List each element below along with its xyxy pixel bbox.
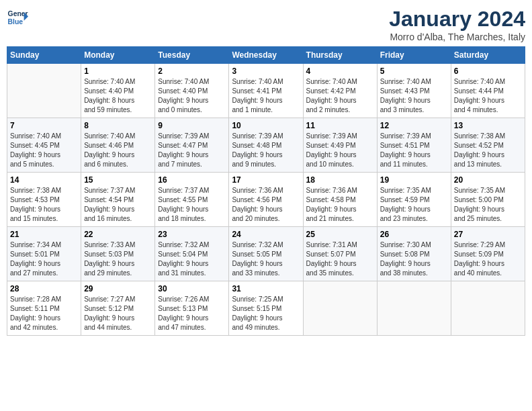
calendar-cell: 9Sunrise: 7:39 AM Sunset: 4:47 PM Daylig… bbox=[155, 118, 229, 173]
week-row-5: 28Sunrise: 7:28 AM Sunset: 5:11 PM Dayli… bbox=[7, 281, 525, 336]
calendar-cell: 19Sunrise: 7:35 AM Sunset: 4:59 PM Dayli… bbox=[377, 173, 451, 227]
day-number: 3 bbox=[232, 66, 300, 76]
weekday-header-thursday: Thursday bbox=[303, 47, 377, 64]
calendar-cell: 10Sunrise: 7:39 AM Sunset: 4:48 PM Dayli… bbox=[229, 118, 303, 173]
day-detail: Sunrise: 7:37 AM Sunset: 4:54 PM Dayligh… bbox=[84, 186, 152, 224]
day-detail: Sunrise: 7:27 AM Sunset: 5:12 PM Dayligh… bbox=[84, 295, 152, 332]
calendar-cell: 25Sunrise: 7:31 AM Sunset: 5:07 PM Dayli… bbox=[303, 227, 377, 281]
calendar-cell: 18Sunrise: 7:36 AM Sunset: 4:58 PM Dayli… bbox=[303, 173, 377, 227]
day-number: 18 bbox=[306, 175, 374, 185]
day-number: 11 bbox=[306, 121, 374, 130]
weekday-header-friday: Friday bbox=[377, 47, 451, 64]
calendar-cell: 12Sunrise: 7:39 AM Sunset: 4:51 PM Dayli… bbox=[377, 118, 451, 173]
day-detail: Sunrise: 7:40 AM Sunset: 4:44 PM Dayligh… bbox=[454, 77, 522, 115]
day-detail: Sunrise: 7:26 AM Sunset: 5:13 PM Dayligh… bbox=[158, 295, 226, 332]
calendar-cell: 23Sunrise: 7:32 AM Sunset: 5:04 PM Dayli… bbox=[155, 227, 229, 281]
calendar-cell: 5Sunrise: 7:40 AM Sunset: 4:43 PM Daylig… bbox=[377, 64, 451, 118]
day-number: 27 bbox=[454, 230, 522, 239]
weekday-header-sunday: Sunday bbox=[7, 47, 81, 64]
day-number: 1 bbox=[84, 66, 152, 76]
calendar-cell bbox=[451, 281, 525, 336]
day-detail: Sunrise: 7:40 AM Sunset: 4:40 PM Dayligh… bbox=[84, 77, 152, 115]
calendar-cell: 13Sunrise: 7:38 AM Sunset: 4:52 PM Dayli… bbox=[451, 118, 525, 173]
logo-icon: General Blue bbox=[7, 7, 28, 28]
calendar-cell: 1Sunrise: 7:40 AM Sunset: 4:40 PM Daylig… bbox=[81, 64, 155, 118]
calendar-cell: 15Sunrise: 7:37 AM Sunset: 4:54 PM Dayli… bbox=[81, 173, 155, 227]
calendar-cell: 7Sunrise: 7:40 AM Sunset: 4:45 PM Daylig… bbox=[7, 118, 81, 173]
calendar-cell: 27Sunrise: 7:29 AM Sunset: 5:09 PM Dayli… bbox=[451, 227, 525, 281]
day-detail: Sunrise: 7:38 AM Sunset: 4:52 PM Dayligh… bbox=[454, 132, 522, 169]
title-area: January 2024 Morro d'Alba, The Marches, … bbox=[389, 7, 525, 42]
day-detail: Sunrise: 7:39 AM Sunset: 4:49 PM Dayligh… bbox=[306, 132, 374, 169]
week-row-3: 14Sunrise: 7:38 AM Sunset: 4:53 PM Dayli… bbox=[7, 173, 525, 227]
day-detail: Sunrise: 7:35 AM Sunset: 4:59 PM Dayligh… bbox=[380, 186, 448, 224]
weekday-header-saturday: Saturday bbox=[451, 47, 525, 64]
calendar-cell: 11Sunrise: 7:39 AM Sunset: 4:49 PM Dayli… bbox=[303, 118, 377, 173]
calendar-table: SundayMondayTuesdayWednesdayThursdayFrid… bbox=[7, 46, 525, 336]
calendar-cell bbox=[377, 281, 451, 336]
month-title: January 2024 bbox=[389, 7, 525, 32]
day-detail: Sunrise: 7:37 AM Sunset: 4:55 PM Dayligh… bbox=[158, 186, 226, 224]
day-number: 20 bbox=[454, 175, 522, 185]
day-number: 7 bbox=[10, 121, 78, 130]
day-number: 25 bbox=[306, 230, 374, 239]
calendar-cell: 30Sunrise: 7:26 AM Sunset: 5:13 PM Dayli… bbox=[155, 281, 229, 336]
day-number: 22 bbox=[84, 230, 152, 239]
day-number: 26 bbox=[380, 230, 448, 239]
day-detail: Sunrise: 7:40 AM Sunset: 4:43 PM Dayligh… bbox=[380, 77, 448, 115]
calendar-cell: 16Sunrise: 7:37 AM Sunset: 4:55 PM Dayli… bbox=[155, 173, 229, 227]
day-detail: Sunrise: 7:40 AM Sunset: 4:40 PM Dayligh… bbox=[158, 77, 226, 115]
day-number: 14 bbox=[10, 175, 78, 185]
day-detail: Sunrise: 7:35 AM Sunset: 5:00 PM Dayligh… bbox=[454, 186, 522, 224]
day-detail: Sunrise: 7:25 AM Sunset: 5:15 PM Dayligh… bbox=[232, 295, 300, 332]
day-detail: Sunrise: 7:31 AM Sunset: 5:07 PM Dayligh… bbox=[306, 240, 374, 278]
week-row-4: 21Sunrise: 7:34 AM Sunset: 5:01 PM Dayli… bbox=[7, 227, 525, 281]
day-number: 5 bbox=[380, 66, 448, 76]
day-detail: Sunrise: 7:40 AM Sunset: 4:46 PM Dayligh… bbox=[84, 132, 152, 169]
day-detail: Sunrise: 7:40 AM Sunset: 4:45 PM Dayligh… bbox=[10, 132, 78, 169]
calendar-cell: 8Sunrise: 7:40 AM Sunset: 4:46 PM Daylig… bbox=[81, 118, 155, 173]
day-number: 29 bbox=[84, 284, 152, 293]
calendar-cell: 21Sunrise: 7:34 AM Sunset: 5:01 PM Dayli… bbox=[7, 227, 81, 281]
day-detail: Sunrise: 7:39 AM Sunset: 4:51 PM Dayligh… bbox=[380, 132, 448, 169]
week-row-2: 7Sunrise: 7:40 AM Sunset: 4:45 PM Daylig… bbox=[7, 118, 525, 173]
day-detail: Sunrise: 7:40 AM Sunset: 4:42 PM Dayligh… bbox=[306, 77, 374, 115]
calendar-cell: 31Sunrise: 7:25 AM Sunset: 5:15 PM Dayli… bbox=[229, 281, 303, 336]
day-number: 2 bbox=[158, 66, 226, 76]
day-number: 24 bbox=[232, 230, 300, 239]
day-number: 30 bbox=[158, 284, 226, 293]
calendar-cell: 26Sunrise: 7:30 AM Sunset: 5:08 PM Dayli… bbox=[377, 227, 451, 281]
day-number: 19 bbox=[380, 175, 448, 185]
day-detail: Sunrise: 7:38 AM Sunset: 4:53 PM Dayligh… bbox=[10, 186, 78, 224]
weekday-header-tuesday: Tuesday bbox=[155, 47, 229, 64]
calendar-cell: 14Sunrise: 7:38 AM Sunset: 4:53 PM Dayli… bbox=[7, 173, 81, 227]
day-number: 23 bbox=[158, 230, 226, 239]
day-number: 15 bbox=[84, 175, 152, 185]
day-detail: Sunrise: 7:29 AM Sunset: 5:09 PM Dayligh… bbox=[454, 240, 522, 278]
day-detail: Sunrise: 7:39 AM Sunset: 4:47 PM Dayligh… bbox=[158, 132, 226, 169]
day-number: 4 bbox=[306, 66, 374, 76]
day-detail: Sunrise: 7:39 AM Sunset: 4:48 PM Dayligh… bbox=[232, 132, 300, 169]
day-detail: Sunrise: 7:30 AM Sunset: 5:08 PM Dayligh… bbox=[380, 240, 448, 278]
day-detail: Sunrise: 7:40 AM Sunset: 4:41 PM Dayligh… bbox=[232, 77, 300, 115]
calendar-cell: 20Sunrise: 7:35 AM Sunset: 5:00 PM Dayli… bbox=[451, 173, 525, 227]
calendar-cell: 3Sunrise: 7:40 AM Sunset: 4:41 PM Daylig… bbox=[229, 64, 303, 118]
calendar-cell: 6Sunrise: 7:40 AM Sunset: 4:44 PM Daylig… bbox=[451, 64, 525, 118]
calendar-cell: 24Sunrise: 7:32 AM Sunset: 5:05 PM Dayli… bbox=[229, 227, 303, 281]
calendar-body: 1Sunrise: 7:40 AM Sunset: 4:40 PM Daylig… bbox=[7, 64, 525, 336]
day-number: 10 bbox=[232, 121, 300, 130]
calendar-cell bbox=[303, 281, 377, 336]
day-detail: Sunrise: 7:33 AM Sunset: 5:03 PM Dayligh… bbox=[84, 240, 152, 278]
calendar-cell: 17Sunrise: 7:36 AM Sunset: 4:56 PM Dayli… bbox=[229, 173, 303, 227]
day-detail: Sunrise: 7:32 AM Sunset: 5:05 PM Dayligh… bbox=[232, 240, 300, 278]
day-number: 16 bbox=[158, 175, 226, 185]
svg-text:Blue: Blue bbox=[8, 18, 24, 26]
day-detail: Sunrise: 7:32 AM Sunset: 5:04 PM Dayligh… bbox=[158, 240, 226, 278]
calendar-cell: 28Sunrise: 7:28 AM Sunset: 5:11 PM Dayli… bbox=[7, 281, 81, 336]
calendar-cell: 4Sunrise: 7:40 AM Sunset: 4:42 PM Daylig… bbox=[303, 64, 377, 118]
calendar-cell: 29Sunrise: 7:27 AM Sunset: 5:12 PM Dayli… bbox=[81, 281, 155, 336]
weekday-header-wednesday: Wednesday bbox=[229, 47, 303, 64]
day-number: 12 bbox=[380, 121, 448, 130]
day-detail: Sunrise: 7:28 AM Sunset: 5:11 PM Dayligh… bbox=[10, 295, 78, 332]
day-number: 21 bbox=[10, 230, 78, 239]
